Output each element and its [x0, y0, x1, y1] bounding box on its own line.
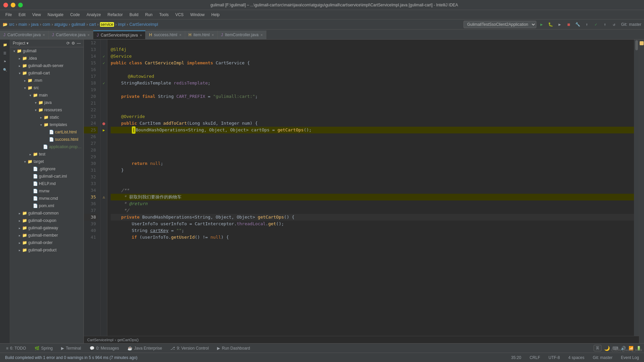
todo-tab[interactable]: ≡ 6: TODO — [3, 345, 30, 351]
breadcrumb-com[interactable]: com — [43, 22, 50, 27]
editor-bc-class[interactable]: CartServiceImpl — [87, 338, 113, 342]
breadcrumb-service[interactable]: service — [100, 22, 114, 27]
cursor-position[interactable]: 35:20 — [509, 355, 523, 361]
git-branch[interactable]: Git: master — [591, 355, 614, 361]
window-controls[interactable] — [3, 3, 23, 7]
maximize-button[interactable] — [18, 3, 23, 7]
menu-build[interactable]: Build — [127, 11, 141, 18]
sidebar-item-coupon[interactable]: ▸ 📁 gulimall-coupon — [10, 217, 84, 224]
structure-icon[interactable]: ☰ — [2, 50, 8, 56]
close-tab-item-controller[interactable]: × — [261, 33, 263, 37]
menu-analyze[interactable]: Analyze — [84, 11, 104, 18]
sidebar-item-templates[interactable]: ▾ 📁 templates — [10, 121, 84, 128]
bookmarks-icon[interactable]: ⚑ — [2, 58, 8, 65]
sidebar-item-mvnw[interactable]: 📄 mvnw — [10, 187, 84, 195]
sidebar-item-mvn[interactable]: ▸ 📁 .mvn — [10, 77, 84, 84]
tab-cart-controller[interactable]: J CartController.java × — [0, 31, 49, 39]
tab-item-html[interactable]: H item.html × — [185, 31, 218, 39]
tab-success-html[interactable]: H success.html × — [146, 31, 185, 39]
sidebar-item-gitignore[interactable]: 📄 .gitignore — [10, 165, 84, 173]
collapse-icon[interactable]: — — [77, 41, 81, 46]
breadcrumb-cartserviceimpl[interactable]: CartServiceImpl — [129, 22, 158, 27]
breadcrumb-java[interactable]: java — [31, 22, 39, 27]
sidebar-item-common[interactable]: ▸ 📁 gulimall-common — [10, 209, 84, 217]
git-update[interactable]: ↑ — [583, 21, 591, 28]
spring-tab[interactable]: 🌿 Spring — [31, 345, 56, 351]
sidebar-item-resources[interactable]: ▾ 📁 resources — [10, 106, 84, 114]
breadcrumb-impl[interactable]: impl — [118, 22, 125, 27]
git-commit[interactable]: ✓ — [592, 21, 600, 28]
settings-icon[interactable]: ⚙ — [71, 41, 75, 46]
close-tab-cart-service[interactable]: × — [88, 33, 90, 37]
sidebar-item-idea[interactable]: ▸ 📁 .idea — [10, 55, 84, 62]
right-gutter[interactable] — [634, 40, 639, 336]
sidebar-item-success[interactable]: 📄 success.html — [10, 136, 84, 143]
input-method[interactable]: 英 — [594, 345, 601, 351]
sidebar-item-order[interactable]: ▸ 📁 gulimall-order — [10, 239, 84, 246]
breadcrumb-main[interactable]: main — [18, 22, 27, 27]
close-tab-item-html[interactable]: × — [212, 33, 214, 37]
indent-settings[interactable]: 4 spaces — [567, 355, 586, 361]
sync-icon[interactable]: ⟳ — [66, 41, 70, 46]
menu-help[interactable]: Help — [209, 11, 222, 18]
messages-tab[interactable]: 💬 0: Messages — [86, 345, 122, 351]
close-tab-success[interactable]: × — [179, 33, 181, 37]
menu-vcs[interactable]: VCS — [173, 11, 186, 18]
build-button[interactable]: 🔧 — [574, 21, 582, 28]
sidebar-item-java[interactable]: ▾ 📁 java — [10, 99, 84, 106]
encoding[interactable]: UTF-8 — [547, 355, 561, 361]
git-revert[interactable]: ↺ — [610, 21, 618, 28]
sidebar-item-gulimall[interactable]: ▾ 📁 gulimall — [10, 47, 84, 55]
breadcrumb-src[interactable]: src — [9, 22, 14, 27]
sidebar-item-member[interactable]: ▸ 📁 gulimall-member — [10, 232, 84, 239]
terminal-tab[interactable]: ▶ Terminal — [58, 345, 84, 351]
menu-run[interactable]: Run — [143, 11, 155, 18]
line-ending[interactable]: CRLF — [528, 355, 542, 361]
breadcrumb-gulimall[interactable]: gulimall — [71, 22, 85, 27]
tab-cart-service[interactable]: J CartService.java × — [49, 31, 93, 39]
breadcrumb-atguigu[interactable]: atguigu — [54, 22, 67, 27]
sidebar-item-pom[interactable]: 📄 pom.xml — [10, 202, 84, 209]
run-coverage-button[interactable]: ▶ — [556, 21, 564, 28]
menu-file[interactable]: File — [3, 11, 14, 18]
debug-button[interactable]: 🐛 — [547, 21, 554, 28]
tab-item-controller[interactable]: J ItemController.java × — [218, 31, 266, 39]
sidebar-item-cart[interactable]: ▾ 📁 gulimall-cart — [10, 69, 84, 77]
sidebar-item-cartlist[interactable]: 📄 cartList.html — [10, 128, 84, 136]
menu-edit[interactable]: Edit — [16, 11, 28, 18]
menu-refactor[interactable]: Refactor — [105, 11, 125, 18]
close-button[interactable] — [3, 3, 8, 7]
project-icon[interactable]: 📁 — [2, 41, 8, 48]
sidebar-item-static[interactable]: ▸ 📁 static — [10, 114, 84, 121]
run-dashboard-tab[interactable]: ▶ Run Dashboard — [214, 345, 253, 351]
git-push[interactable]: ↑ — [601, 21, 609, 28]
java-enterprise-tab[interactable]: ☕ Java Enterprise — [124, 345, 165, 351]
code-editor[interactable]: @Slf4j @Service public class CartService… — [107, 40, 634, 336]
sidebar-item-src[interactable]: ▾ 📁 src — [10, 84, 84, 92]
editor-bc-method[interactable]: getCartOps() — [117, 338, 139, 342]
sidebar-item-target[interactable]: ▾ 📁 target — [10, 158, 84, 165]
close-tab-cart-controller[interactable]: × — [43, 33, 45, 37]
sidebar-item-auth-server[interactable]: ▸ 📁 gulimall-auth-server — [10, 62, 84, 69]
menu-navigate[interactable]: Navigate — [45, 11, 66, 18]
sidebar-item-app-props[interactable]: 📄 application.properties — [10, 143, 84, 150]
sidebar-item-gateway[interactable]: ▸ 📁 gulimall-gateway — [10, 224, 84, 232]
tab-cart-service-impl[interactable]: J CartServiceImpl.java × — [93, 31, 146, 39]
sidebar-item-main[interactable]: ▾ 📁 main — [10, 92, 84, 99]
find-icon[interactable]: 🔍 — [2, 66, 8, 73]
close-tab-cart-service-impl[interactable]: × — [140, 33, 142, 37]
menu-view[interactable]: View — [30, 11, 44, 18]
sidebar-item-mvnw-cmd[interactable]: 📄 mvnw.cmd — [10, 195, 84, 202]
breadcrumb-cart[interactable]: cart — [89, 22, 96, 27]
version-control-tab[interactable]: ⎇ 9: Version Control — [167, 345, 212, 351]
run-button[interactable]: ▶ — [538, 21, 545, 28]
event-log[interactable]: Event Log — [619, 355, 641, 361]
sidebar-item-cart-iml[interactable]: 📄 gulimall-cart.iml — [10, 173, 84, 180]
stop-button[interactable]: ■ — [565, 21, 573, 28]
menu-code[interactable]: Code — [67, 11, 83, 18]
run-config-select[interactable]: GulimallTestSsoClient2Application — [464, 21, 536, 28]
sidebar-item-product[interactable]: ▸ 📁 gulimall-product — [10, 246, 84, 254]
menu-window[interactable]: Window — [187, 11, 207, 18]
menu-tools[interactable]: Tools — [157, 11, 171, 18]
sidebar-item-test[interactable]: ▸ 📁 test — [10, 150, 84, 158]
